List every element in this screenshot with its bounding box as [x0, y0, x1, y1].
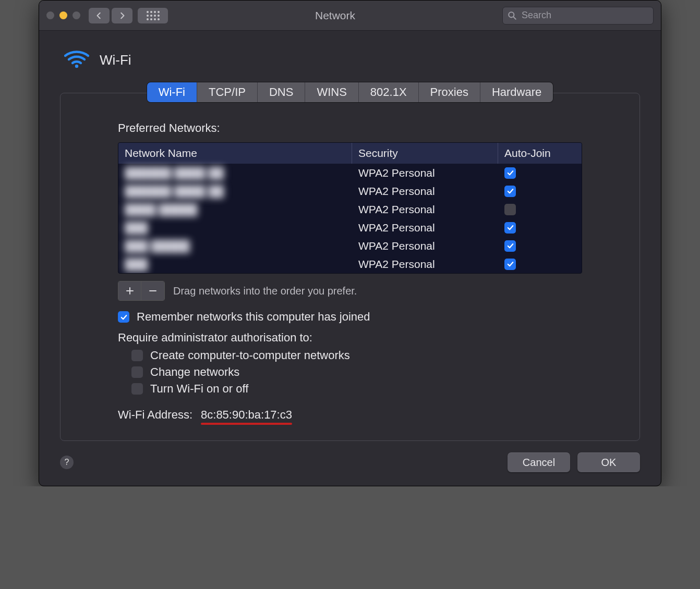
autojoin-checkbox[interactable]: [504, 204, 516, 215]
tab-label: DNS: [269, 85, 293, 99]
cancel-button[interactable]: Cancel: [508, 452, 570, 472]
wifi-panel: Preferred Networks: Network Name Securit…: [60, 93, 640, 441]
col-autojoin[interactable]: Auto-Join: [498, 143, 582, 164]
cell-network-name: ██████ ████ ██: [118, 164, 352, 182]
chevron-right-icon: [118, 12, 126, 19]
require-toggle-label: Turn Wi-Fi on or off: [150, 382, 248, 396]
require-admin-label: Require administrator authorisation to:: [118, 331, 582, 345]
back-button[interactable]: [89, 8, 110, 23]
wifi-address-value: 8c:85:90:ba:17:c3: [201, 408, 292, 422]
cell-network-name: ████ █████: [118, 200, 352, 218]
table-row[interactable]: ███ █████WPA2 Personal: [118, 237, 582, 255]
service-title: Wi-Fi: [100, 52, 131, 68]
window-controls: [46, 11, 80, 19]
tab-label: WINS: [317, 85, 346, 99]
tab-wifi[interactable]: Wi-Fi: [147, 82, 197, 102]
col-network-name[interactable]: Network Name: [118, 143, 352, 164]
table-body: ██████ ████ ██WPA2 Personal██████ ████ █…: [118, 164, 582, 273]
cell-autojoin: [498, 200, 582, 218]
chevron-left-icon: [95, 12, 103, 19]
tab-tcpip[interactable]: TCP/IP: [197, 82, 258, 102]
tab-label: 802.1X: [370, 85, 407, 99]
minimize-window-button[interactable]: [59, 11, 67, 19]
check-icon: [506, 224, 514, 231]
col-security[interactable]: Security: [352, 143, 498, 164]
check-icon: [506, 260, 514, 268]
table-row[interactable]: ████ █████WPA2 Personal: [118, 200, 582, 218]
ok-button[interactable]: OK: [577, 452, 640, 472]
pane-body: Wi-Fi Wi-Fi TCP/IP DNS WINS 802.1X Proxi…: [39, 31, 661, 486]
cell-security: WPA2 Personal: [352, 200, 498, 218]
autojoin-checkbox[interactable]: [504, 222, 516, 234]
show-all-button[interactable]: [138, 8, 168, 23]
check-icon: [120, 313, 128, 321]
button-label: OK: [601, 457, 617, 469]
autojoin-checkbox[interactable]: [504, 259, 516, 270]
tab-label: Hardware: [492, 85, 541, 99]
tab-proxies[interactable]: Proxies: [419, 82, 480, 102]
forward-button[interactable]: [112, 8, 132, 23]
add-remove-group: [118, 281, 165, 301]
svg-point-2: [75, 65, 78, 68]
autojoin-checkbox[interactable]: [504, 167, 516, 179]
table-row[interactable]: ███WPA2 Personal: [118, 218, 582, 237]
autojoin-checkbox[interactable]: [504, 186, 516, 197]
tab-wins[interactable]: WINS: [305, 82, 358, 102]
remember-networks-checkbox[interactable]: [118, 311, 129, 323]
search-field-wrap: [502, 7, 654, 24]
button-label: Cancel: [523, 457, 555, 469]
preferred-networks-label: Preferred Networks:: [118, 121, 582, 135]
require-create-checkbox[interactable]: [131, 350, 143, 361]
zoom-window-button[interactable]: [73, 11, 80, 19]
search-input[interactable]: [502, 7, 654, 24]
check-icon: [506, 187, 514, 195]
tab-hardware[interactable]: Hardware: [480, 82, 553, 102]
check-icon: [506, 169, 514, 177]
svg-line-1: [513, 17, 515, 19]
add-network-button[interactable]: [118, 281, 141, 300]
table-row[interactable]: ██████ ████ ██WPA2 Personal: [118, 182, 582, 200]
autojoin-checkbox[interactable]: [504, 240, 516, 252]
tab-8021x[interactable]: 802.1X: [359, 82, 419, 102]
tab-label: Wi-Fi: [159, 85, 185, 99]
wifi-icon: [64, 48, 89, 72]
preferences-window: Network Wi-Fi Wi-Fi TCP/IP: [39, 0, 661, 486]
require-toggle-checkbox[interactable]: [131, 383, 143, 395]
require-create-label: Create computer-to-computer networks: [150, 349, 350, 362]
grid-icon: [147, 11, 160, 20]
cell-network-name: ███: [118, 218, 352, 237]
table-row[interactable]: ███WPA2 Personal: [118, 255, 582, 273]
tab-bar: Wi-Fi TCP/IP DNS WINS 802.1X Proxies Har…: [147, 82, 553, 102]
cell-security: WPA2 Personal: [352, 237, 498, 255]
cell-network-name: ███: [118, 255, 352, 273]
nav-buttons: [89, 8, 132, 23]
table-row[interactable]: ██████ ████ ██WPA2 Personal: [118, 164, 582, 182]
cell-security: WPA2 Personal: [352, 255, 498, 273]
help-button[interactable]: ?: [60, 456, 74, 469]
cell-autojoin: [498, 237, 582, 255]
reorder-hint: Drag networks into the order you prefer.: [173, 285, 357, 297]
tab-label: Proxies: [430, 85, 468, 99]
check-icon: [506, 242, 514, 250]
service-header: Wi-Fi: [60, 48, 640, 72]
tab-label: TCP/IP: [209, 85, 246, 99]
cell-autojoin: [498, 255, 582, 273]
require-change-checkbox[interactable]: [131, 366, 143, 378]
plus-icon: [126, 287, 134, 295]
tab-dns[interactable]: DNS: [258, 82, 305, 102]
window-title: Network: [173, 9, 497, 22]
table-header: Network Name Security Auto-Join: [118, 143, 582, 164]
close-window-button[interactable]: [46, 11, 54, 19]
cell-network-name: ██████ ████ ██: [118, 182, 352, 200]
wifi-address-label: Wi-Fi Address:: [118, 408, 192, 422]
footer: ? Cancel OK: [60, 452, 640, 472]
cell-security: WPA2 Personal: [352, 164, 498, 182]
remember-networks-label: Remember networks this computer has join…: [137, 310, 370, 324]
remove-network-button[interactable]: [141, 281, 164, 300]
cell-security: WPA2 Personal: [352, 218, 498, 237]
cell-autojoin: [498, 182, 582, 200]
cell-autojoin: [498, 164, 582, 182]
cell-autojoin: [498, 218, 582, 237]
toolbar: Network: [39, 1, 661, 31]
search-icon: [508, 11, 517, 23]
